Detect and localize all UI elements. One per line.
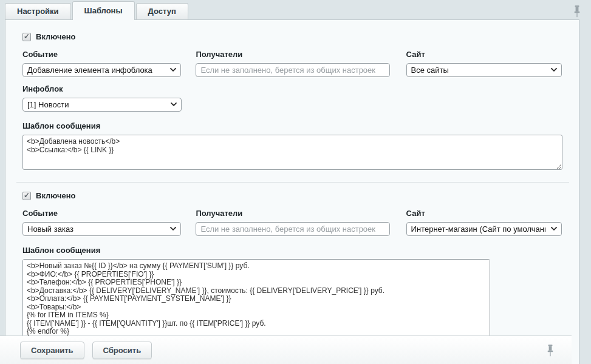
- message-template-label: Шаблон сообщения: [22, 121, 562, 130]
- tabs: Настройки Шаблоны Доступ: [0, 0, 591, 19]
- tab-bar: Настройки Шаблоны Доступ: [0, 0, 591, 19]
- settings-page: { "tabs": [ { "label": "Настройки", "act…: [0, 0, 591, 364]
- site-select[interactable]: Интернет-магазин (Сайт по умолчанию): [406, 222, 562, 236]
- reset-button[interactable]: Сбросить: [92, 342, 152, 359]
- event-label: Событие: [22, 209, 181, 218]
- site-label: Сайт: [406, 209, 562, 218]
- pin-icon[interactable]: [546, 345, 555, 357]
- event-label: Событие: [22, 50, 181, 59]
- site-label: Сайт: [406, 50, 562, 59]
- footer-bar: Сохранить Сбросить: [0, 335, 572, 364]
- message-template-textarea[interactable]: <b>Добавлена новость</b> <b>Ссылка:</b> …: [22, 135, 562, 170]
- tab-templates[interactable]: Шаблоны: [72, 1, 135, 20]
- section-divider: [16, 182, 569, 183]
- pin-icon[interactable]: [573, 5, 581, 18]
- enabled-checkbox[interactable]: [22, 192, 31, 200]
- save-button[interactable]: Сохранить: [20, 342, 84, 359]
- message-template-label: Шаблон сообщения: [22, 246, 562, 255]
- enabled-label: Включено: [36, 191, 76, 200]
- message-template-textarea[interactable]: <b>Новый заказ №{{ ID }}</b> на сумму {{…: [22, 259, 490, 341]
- tab-access[interactable]: Доступ: [136, 3, 188, 19]
- enabled-checkbox[interactable]: [22, 33, 31, 41]
- enabled-label: Включено: [36, 32, 76, 41]
- recipients-label: Получатели: [196, 209, 389, 218]
- infoblock-select[interactable]: [1] Новости: [22, 98, 182, 112]
- recipients-label: Получатели: [196, 50, 389, 59]
- recipients-input[interactable]: [196, 63, 389, 77]
- templates-tab-panel: Включено Событие Добавление элемента инф…: [5, 19, 579, 364]
- event-select[interactable]: Добавление элемента инфоблока: [22, 63, 181, 77]
- infoblock-label: Инфоблок: [22, 84, 182, 93]
- site-select[interactable]: Все сайты: [406, 63, 562, 77]
- event-select[interactable]: Новый заказ: [22, 222, 181, 236]
- tab-settings[interactable]: Настройки: [5, 3, 71, 19]
- template-setting-block: Включено Событие Добавление элемента инф…: [22, 32, 562, 170]
- template-setting-block: Включено Событие Новый заказ Получатели: [22, 191, 562, 341]
- recipients-input[interactable]: [196, 222, 389, 236]
